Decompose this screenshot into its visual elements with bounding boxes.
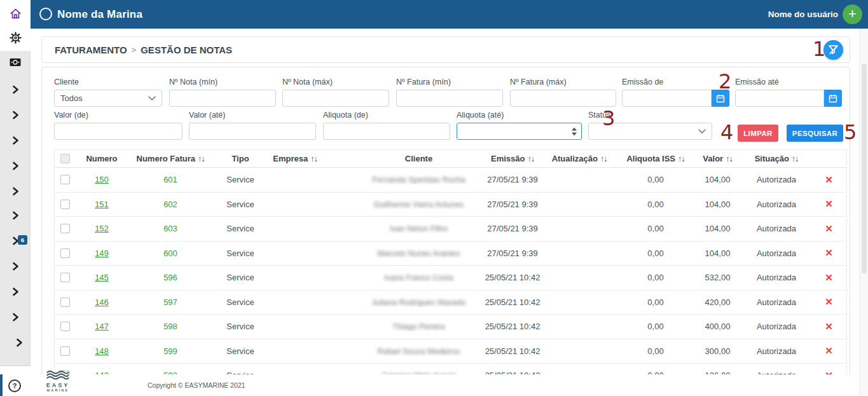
nota-number-link[interactable]: 147 [95, 322, 109, 331]
cell-tipo: Service [226, 322, 254, 331]
annotation-3: 3 [602, 108, 615, 128]
chevron-right-icon [15, 338, 24, 348]
client-name-redacted: Juliana Rodrigues Macedo [371, 298, 465, 307]
scrollbar-thumb[interactable] [862, 64, 867, 273]
column-header[interactable]: Empresa↑↓ [268, 154, 322, 163]
help-button[interactable]: ? [8, 379, 21, 392]
column-header[interactable]: Situação↑↓ [741, 154, 811, 163]
sidebar-item-menu-10[interactable] [0, 311, 31, 323]
cell-tipo: Service [226, 297, 254, 307]
page-scrollbar [859, 29, 868, 396]
sidebar-item-menu-5[interactable] [0, 186, 31, 197]
emissao-ate-input[interactable] [735, 90, 824, 107]
annotation-2: 2 [719, 71, 731, 92]
delete-icon[interactable]: ✕ [825, 247, 833, 258]
nota-number-link[interactable]: 150 [95, 175, 109, 184]
sort-icon: ↑↓ [726, 154, 733, 163]
row-checkbox[interactable] [60, 175, 70, 184]
filter-label: Valor (de) [54, 111, 183, 119]
row-checkbox[interactable] [60, 249, 70, 258]
status-text: Autorizada [757, 273, 796, 282]
row-checkbox[interactable] [60, 273, 70, 282]
sidebar-item-menu-4[interactable] [0, 160, 31, 172]
row-checkbox[interactable] [60, 322, 70, 331]
sidebar-item-menu-1[interactable] [0, 84, 31, 95]
column-header: Tipo [212, 154, 268, 163]
sidebar-item-menu-11[interactable] [4, 337, 34, 348]
filter-emissao-de: Emissão de [622, 78, 729, 107]
gear-icon [10, 32, 22, 44]
select-all-checkbox[interactable] [60, 154, 70, 163]
cell-emissao: 27/05/21 9:39 [487, 200, 538, 209]
sidebar-item-menu-3[interactable] [0, 135, 31, 146]
valor-ate-input[interactable] [189, 123, 316, 140]
table-row: 146597ServiceJuliana Rodrigues Macedo25/… [55, 290, 846, 315]
fatura-min-input[interactable] [396, 90, 503, 107]
filter-label: Nº Nota (mín) [169, 78, 276, 86]
cell-tipo: Service [226, 200, 254, 209]
aliquota-de-input[interactable] [323, 123, 450, 140]
delete-icon[interactable]: ✕ [825, 321, 833, 332]
sidebar-item-settings[interactable] [0, 32, 31, 43]
emissao-de-input[interactable] [622, 90, 712, 107]
column-label: Situação [755, 154, 789, 163]
nota-max-input[interactable] [282, 90, 389, 107]
number-spinner[interactable] [572, 127, 577, 135]
row-checkbox[interactable] [60, 224, 70, 233]
delete-icon[interactable]: ✕ [825, 174, 833, 185]
cell-aliquota-iss: 0,00 [647, 273, 663, 282]
sidebar-item-home[interactable] [0, 8, 31, 19]
sidebar-item-menu-9[interactable] [0, 286, 31, 297]
column-header[interactable]: Emissão↑↓ [484, 154, 541, 163]
column-label: Empresa [273, 154, 308, 163]
pesquisar-button[interactable]: PESQUISAR [787, 125, 843, 142]
filter-label: Cliente [54, 78, 162, 86]
nota-number-link[interactable]: 152 [95, 224, 109, 233]
app-header: Nome da Marina Nome do usuário + [31, 0, 868, 29]
cliente-select[interactable]: Todos [54, 90, 162, 107]
column-header[interactable]: Numero Fatura↑↓ [128, 154, 212, 163]
nota-number-link[interactable]: 146 [95, 297, 109, 307]
add-button[interactable]: + [843, 4, 862, 24]
delete-icon[interactable]: ✕ [825, 296, 833, 307]
cell-emissao: 25/05/21 10:42 [485, 322, 541, 331]
delete-icon[interactable]: ✕ [825, 272, 833, 283]
client-name-redacted: Thiago Pereira [393, 322, 445, 331]
sidebar-item-menu-8[interactable] [0, 261, 31, 272]
limpar-button[interactable]: LIMPAR [738, 125, 778, 142]
client-name-redacted: Ivana Franco Costa [384, 273, 453, 282]
fatura-max-input[interactable] [510, 90, 616, 107]
column-header[interactable]: Aliquota ISS↑↓ [617, 154, 694, 163]
nota-min-input[interactable] [169, 90, 276, 107]
row-checkbox[interactable] [60, 297, 70, 307]
nota-number-link[interactable]: 148 [95, 346, 109, 356]
client-name-redacted: Ivan Neton Filho [390, 224, 448, 233]
chevron-down-icon [698, 129, 706, 133]
delete-icon[interactable]: ✕ [825, 345, 833, 356]
column-header[interactable]: Valor↑↓ [694, 154, 741, 163]
user-name[interactable]: Nome do usuário [768, 0, 838, 29]
nota-number-link[interactable]: 145 [95, 273, 109, 282]
valor-de-input[interactable] [54, 123, 183, 140]
record-circle-icon [39, 8, 52, 20]
nota-number-link[interactable]: 149 [95, 249, 109, 258]
nota-number-link[interactable]: 151 [95, 200, 109, 209]
filter-label: Emissão de [622, 78, 729, 86]
app-window: 6 ? Nome da Marina Nome do usuário + FAT… [0, 0, 868, 396]
sidebar-item-billing-active[interactable] [0, 57, 31, 68]
column-header[interactable]: Atualização↑↓ [541, 154, 617, 163]
emissao-ate-calendar-button[interactable] [824, 90, 842, 107]
toggle-filters-button[interactable] [823, 40, 843, 60]
sidebar-item-menu-6[interactable] [0, 210, 31, 221]
sidebar-item-menu-2[interactable] [0, 109, 31, 121]
aliquota-ate-input[interactable] [457, 123, 582, 140]
row-checkbox[interactable] [60, 200, 70, 209]
cell-aliquota-iss: 0,00 [647, 175, 663, 184]
fatura-number: 598 [163, 322, 177, 331]
table-body: 150601ServiceFernanda Speridao Rocha27/0… [55, 168, 846, 388]
row-checkbox[interactable] [60, 346, 70, 356]
cell-valor: 104,00 [705, 224, 731, 233]
calendar-icon [829, 94, 837, 103]
delete-icon[interactable]: ✕ [825, 198, 833, 209]
delete-icon[interactable]: ✕ [825, 223, 833, 234]
